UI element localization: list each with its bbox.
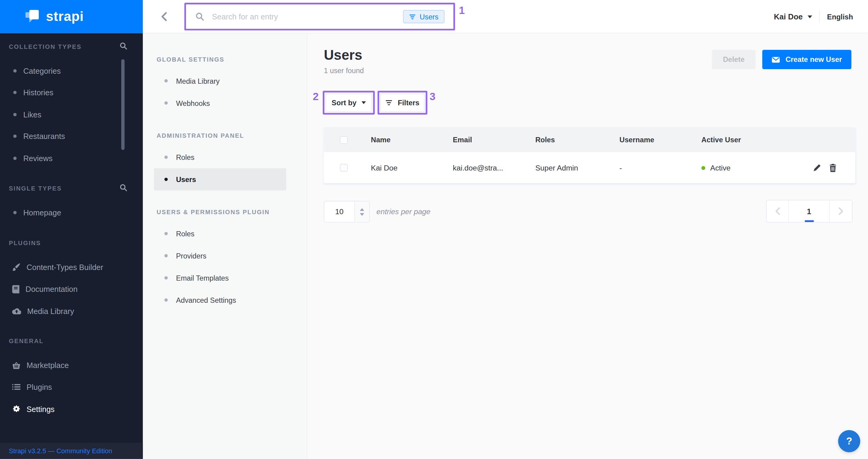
- page-title: Users: [324, 47, 362, 63]
- stepper-down-icon: [360, 213, 364, 216]
- sidebar-footer: Strapi v3.2.5 — Community Edition: [0, 443, 143, 459]
- table-header-row: Name Email Roles Username Active User: [324, 127, 855, 152]
- bullet-icon: [164, 298, 168, 302]
- settings-item-email-templates[interactable]: Email Templates: [143, 267, 307, 289]
- bullet-icon: [164, 254, 168, 257]
- status-label: Active: [710, 163, 731, 172]
- gear-icon: [12, 405, 20, 413]
- create-new-user-label: Create new User: [785, 55, 842, 63]
- pagination-page-label: 1: [807, 207, 811, 215]
- entries-stepper[interactable]: [354, 202, 369, 222]
- column-header-active-user[interactable]: Active User: [702, 135, 855, 144]
- table-row[interactable]: Kai Doe kai.doe@stra... Super Admin - Ac…: [324, 152, 855, 183]
- pagination-prev-button[interactable]: [767, 201, 789, 222]
- bullet-icon: [13, 157, 17, 160]
- bullet-icon: [164, 156, 168, 159]
- cell-roles: Super Admin: [535, 163, 619, 172]
- settings-section-global: GLOBAL SETTINGS: [143, 55, 307, 64]
- version-link[interactable]: Strapi v3.2.5 — Community Edition: [9, 447, 112, 455]
- settings-item-advanced-settings[interactable]: Advanced Settings: [143, 289, 307, 311]
- chevron-left-icon: [160, 11, 167, 22]
- back-button[interactable]: [157, 0, 170, 33]
- search-icon[interactable]: [120, 184, 127, 192]
- help-button[interactable]: ?: [838, 430, 860, 452]
- strapi-logo[interactable]: strapi: [0, 0, 143, 33]
- select-all-checkbox[interactable]: [340, 136, 348, 144]
- sidebar-item-content-types-builder[interactable]: Content-Types Builder: [0, 256, 143, 278]
- bullet-icon: [13, 135, 17, 138]
- filter-icon: [385, 99, 393, 105]
- settings-item-media-library[interactable]: Media Library: [143, 70, 307, 92]
- pagination-page-1[interactable]: 1: [789, 201, 830, 222]
- edit-icon[interactable]: [813, 164, 821, 172]
- top-bar: Users 1 Kai Doe English: [143, 0, 868, 33]
- settings-section-users-permissions: USERS & PERMISSIONS PLUGIN: [143, 208, 307, 216]
- search-icon[interactable]: [120, 42, 127, 50]
- chevron-left-icon: [775, 207, 780, 215]
- settings-item-roles-admin[interactable]: Roles: [143, 146, 307, 169]
- search-scope-label: Users: [420, 12, 438, 21]
- sidebar-item-documentation[interactable]: Documentation: [0, 278, 143, 300]
- entries-per-page-select[interactable]: 10: [324, 201, 370, 222]
- strapi-logo-icon: [26, 10, 39, 23]
- row-checkbox[interactable]: [340, 164, 348, 172]
- caret-down-icon: [808, 15, 812, 18]
- user-menu-button[interactable]: Kai Doe: [774, 12, 812, 21]
- settings-item-roles-plugin[interactable]: Roles: [143, 222, 307, 245]
- sidebar-item-marketplace[interactable]: Marketplace: [0, 354, 143, 376]
- settings-nav: GLOBAL SETTINGS Media Library Webhooks A…: [143, 33, 307, 459]
- create-new-user-button[interactable]: Create new User: [763, 50, 851, 69]
- pagination: 1: [766, 200, 852, 223]
- sidebar-item-plugins[interactable]: Plugins: [0, 376, 143, 398]
- stepper-up-icon: [360, 208, 364, 211]
- main-sidebar: COLLECTION TYPES Categories Histories Li…: [0, 33, 143, 459]
- column-header-email[interactable]: Email: [453, 135, 535, 144]
- main-content: Users 1 user found Delete Create new Use…: [307, 33, 868, 459]
- delete-icon[interactable]: [829, 163, 836, 172]
- bullet-icon: [164, 101, 168, 105]
- column-header-username[interactable]: Username: [620, 135, 702, 144]
- book-icon: [12, 285, 20, 293]
- delete-button[interactable]: Delete: [712, 50, 755, 69]
- topbar-divider: [819, 10, 820, 23]
- help-icon: ?: [846, 435, 852, 447]
- sidebar-item-media-library[interactable]: Media Library: [0, 300, 143, 322]
- annotation-number-3: 3: [430, 91, 435, 103]
- filters-label: Filters: [398, 99, 419, 107]
- sidebar-item-homepage[interactable]: Homepage: [0, 202, 143, 223]
- cell-username: -: [620, 163, 702, 172]
- language-button[interactable]: English: [827, 12, 853, 21]
- bullet-icon: [13, 69, 17, 72]
- annotation-number-2: 2: [313, 91, 318, 103]
- entries-per-page-value: 10: [324, 202, 354, 222]
- settings-item-webhooks[interactable]: Webhooks: [143, 92, 307, 114]
- search-scope-tag[interactable]: Users: [403, 10, 444, 23]
- settings-item-providers[interactable]: Providers: [143, 245, 307, 267]
- column-header-roles[interactable]: Roles: [535, 135, 619, 144]
- sort-by-button[interactable]: Sort by: [326, 93, 372, 112]
- bullet-icon: [164, 79, 168, 83]
- bullet-icon: [13, 113, 17, 116]
- bullet-icon: [164, 276, 168, 279]
- pagination-next-button[interactable]: [830, 201, 852, 222]
- column-header-name[interactable]: Name: [371, 135, 453, 144]
- sidebar-item-reviews[interactable]: Reviews: [0, 147, 143, 169]
- users-table: Name Email Roles Username Active User Ka…: [324, 127, 855, 183]
- filters-button[interactable]: Filters: [380, 93, 425, 112]
- chevron-right-icon: [838, 207, 843, 215]
- cell-email: kai.doe@stra...: [453, 163, 535, 172]
- cell-name: Kai Doe: [371, 163, 453, 172]
- bullet-icon: [13, 91, 17, 94]
- sidebar-scrollbar[interactable]: [121, 59, 125, 150]
- strapi-logo-text: strapi: [46, 9, 84, 24]
- search-icon: [195, 12, 204, 21]
- sidebar-section-plugins: PLUGINS: [9, 240, 41, 246]
- bullet-icon: [164, 178, 168, 181]
- paint-brush-icon: [12, 263, 20, 271]
- sort-by-label: Sort by: [332, 99, 356, 107]
- envelope-icon: [772, 56, 780, 63]
- list-icon: [12, 384, 20, 391]
- settings-item-users[interactable]: Users: [154, 169, 286, 190]
- sidebar-item-settings[interactable]: Settings: [0, 398, 143, 420]
- cloud-upload-icon: [12, 308, 21, 314]
